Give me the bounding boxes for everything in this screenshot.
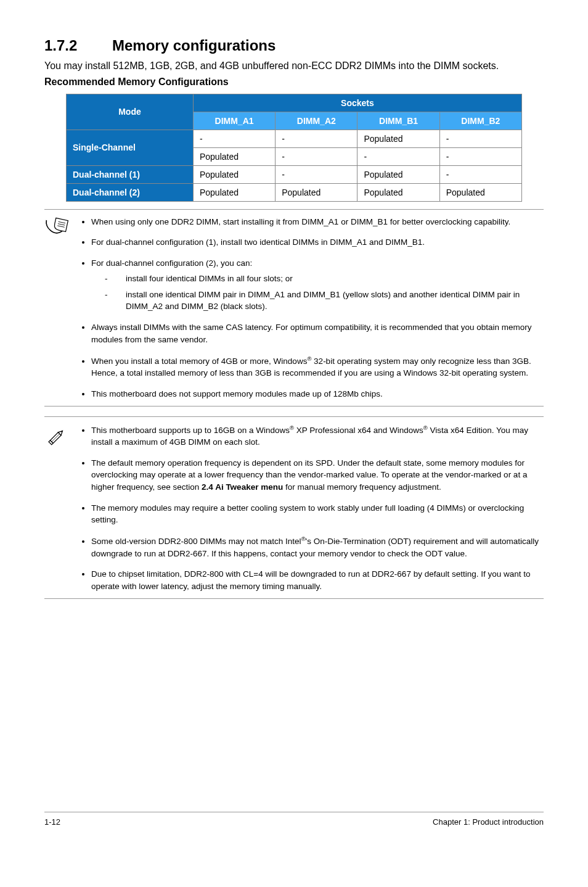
- dash-icon: -: [105, 289, 126, 313]
- note-item: The default memory operation frequency i…: [91, 457, 544, 493]
- page-footer: 1-12 Chapter 1: Product introduction: [44, 812, 544, 827]
- section-number: 1.7.2: [44, 37, 112, 54]
- note-item: This motherboard does not support memory…: [91, 388, 544, 400]
- table-caption: Recommended Memory Configurations: [44, 76, 544, 88]
- row-label-single: Single-Channel: [67, 130, 194, 165]
- table-cell: -: [439, 130, 521, 147]
- note-subitem: - install one identical DIMM pair in DIM…: [105, 289, 544, 313]
- table-row: Dual-channel (1) Populated - Populated -: [67, 165, 522, 183]
- table-cell: Populated: [357, 183, 439, 201]
- page-number: 1-12: [44, 817, 60, 827]
- note-item: Due to chipset limitation, DDR2-800 with…: [91, 568, 544, 592]
- table-header-dimm: DIMM_B1: [357, 112, 439, 130]
- tip-note-block: This motherboard supports up to 16GB on …: [44, 416, 544, 599]
- chapter-label: Chapter 1: Product introduction: [433, 817, 544, 827]
- note-item: The memory modules may require a better …: [91, 502, 544, 526]
- table-header-sockets: Sockets: [193, 94, 521, 112]
- table-row: Dual-channel (2) Populated Populated Pop…: [67, 183, 522, 201]
- note-item: When you install a total memory of 4GB o…: [91, 354, 544, 379]
- table-header-dimm: DIMM_B2: [439, 112, 521, 130]
- table-cell: -: [357, 147, 439, 165]
- section-title: Memory configurations: [112, 37, 276, 54]
- note-item: Some old-version DDR2-800 DIMMs may not …: [91, 535, 544, 560]
- memory-config-table: Mode Sockets DIMM_A1 DIMM_A2 DIMM_B1 DIM…: [66, 94, 522, 202]
- table-cell: Populated: [276, 183, 357, 201]
- note-item: Always install DIMMs with the same CAS l…: [91, 321, 544, 345]
- table-cell: Populated: [357, 165, 439, 183]
- section-heading: 1.7.2Memory configurations: [44, 37, 544, 54]
- dash-icon: -: [105, 273, 126, 285]
- note-subitem: - install four identical DIMMs in all fo…: [105, 273, 544, 285]
- table-cell: -: [439, 165, 521, 183]
- table-cell: -: [276, 130, 357, 147]
- row-label-dual1: Dual-channel (1): [67, 165, 194, 183]
- table-cell: -: [276, 147, 357, 165]
- note-item: For dual-channel configuration (2), you …: [91, 257, 544, 313]
- lead-paragraph: You may install 512MB, 1GB, 2GB, and 4GB…: [44, 59, 544, 73]
- table-cell: -: [193, 130, 275, 147]
- table-header-dimm: DIMM_A2: [276, 112, 357, 130]
- table-cell: Populated: [193, 183, 275, 201]
- info-note-block: When using only one DDR2 DIMM, start ins…: [44, 209, 544, 407]
- pencil-icon: [44, 423, 73, 592]
- note-icon: [44, 216, 73, 400]
- note-body: When using only one DDR2 DIMM, start ins…: [81, 216, 544, 400]
- table-cell: -: [276, 165, 357, 183]
- table-row: Single-Channel - - Populated -: [67, 130, 522, 147]
- table-header-mode: Mode: [67, 94, 194, 130]
- table-cell: Populated: [439, 183, 521, 201]
- table-cell: Populated: [193, 147, 275, 165]
- table-cell: -: [439, 147, 521, 165]
- table-cell: Populated: [357, 130, 439, 147]
- note-body: This motherboard supports up to 16GB on …: [81, 423, 544, 592]
- row-label-dual2: Dual-channel (2): [67, 183, 194, 201]
- note-item: This motherboard supports up to 16GB on …: [91, 423, 544, 448]
- table-cell: Populated: [193, 165, 275, 183]
- table-header-dimm: DIMM_A1: [193, 112, 275, 130]
- note-item: When using only one DDR2 DIMM, start ins…: [91, 216, 544, 228]
- note-item: For dual-channel configuration (1), inst…: [91, 236, 544, 249]
